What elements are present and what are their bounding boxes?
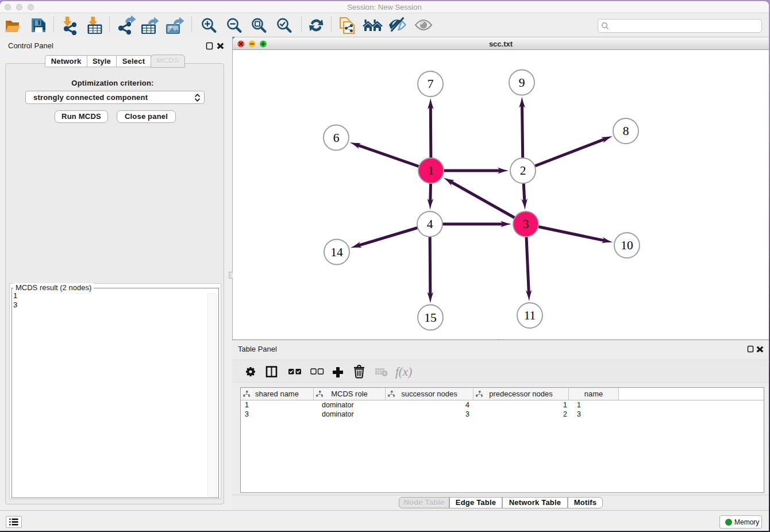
svg-text:7: 7 [428,77,434,91]
svg-text:f(x): f(x) [395,365,412,379]
svg-text:6: 6 [333,131,340,145]
svg-text:1: 1 [428,164,434,178]
svg-text:8: 8 [623,124,629,138]
svg-text:10: 10 [621,238,633,252]
svg-text:15: 15 [424,311,437,325]
svg-text:4: 4 [427,217,433,231]
svg-text:3: 3 [523,217,529,231]
svg-text:14: 14 [330,245,343,259]
svg-text:11: 11 [524,309,536,322]
svg-text:9: 9 [519,76,525,90]
svg-text:2: 2 [520,164,526,178]
